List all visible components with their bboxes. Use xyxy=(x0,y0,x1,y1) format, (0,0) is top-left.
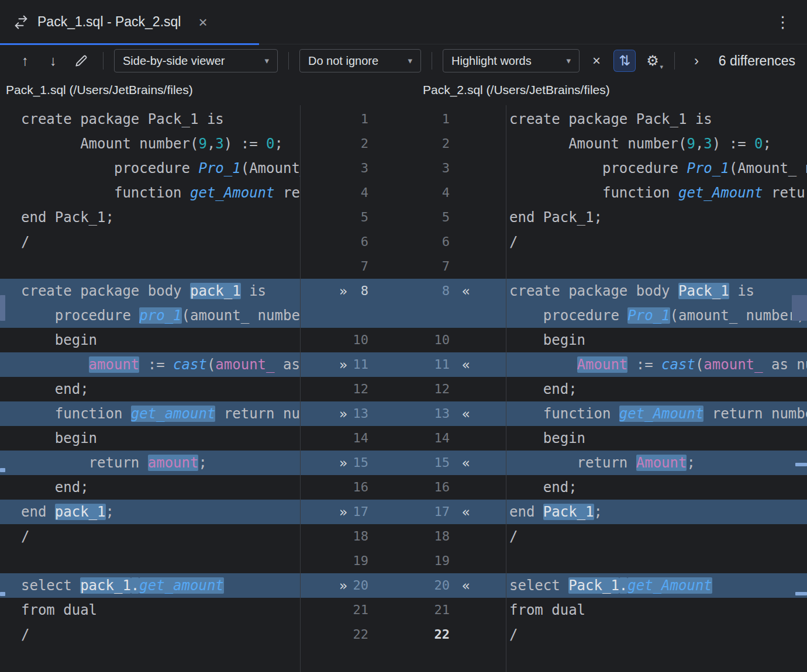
code-line-left-4[interactable]: function get_Amount return number; xyxy=(0,181,300,205)
diff-gutter: 11223344556677»88«1010»1111«1212»1313«14… xyxy=(300,105,506,672)
code-line-left-8[interactable]: create package body pack_1 is xyxy=(0,279,300,303)
more-options-icon[interactable]: ⋮ xyxy=(775,13,791,32)
code-line-left-1[interactable]: create package Pack_1 is xyxy=(0,107,300,131)
settings-button[interactable]: ⚙ ▾ xyxy=(642,50,664,72)
gutter-row-10: 1010 xyxy=(301,328,506,352)
expand-toolbar-button[interactable]: › xyxy=(685,50,708,72)
code-line-right-16[interactable]: end; xyxy=(506,475,807,500)
code-line-right-3[interactable]: procedure Pro_1(Amount_ number); xyxy=(506,156,807,181)
collapse-unchanged-button[interactable]: × xyxy=(585,50,608,72)
code-line-right-13[interactable]: function get_Amount return number is xyxy=(506,401,807,426)
code-line-left-18[interactable]: / xyxy=(0,524,300,549)
code-line-left-9[interactable]: procedure pro_1(amount_ number) is xyxy=(0,303,300,328)
changed-word: get_amount xyxy=(139,577,224,594)
change-marker[interactable] xyxy=(792,295,807,321)
code-line-left-6[interactable]: / xyxy=(0,230,300,254)
change-marker[interactable] xyxy=(795,592,807,595)
code-line-right-5[interactable]: end Pack_1; xyxy=(506,205,807,230)
change-marker[interactable] xyxy=(0,295,5,321)
change-marker[interactable] xyxy=(0,468,5,472)
code-line-left-3[interactable]: procedure Pro_1(Amount_ number); xyxy=(0,156,300,181)
code-token: end; xyxy=(509,381,577,397)
changed-word: amount xyxy=(148,455,199,471)
ignore-policy-dropdown[interactable]: Do not ignore ▾ xyxy=(299,49,421,72)
previous-difference-button[interactable]: ↑ xyxy=(14,50,36,72)
apply-change-icon[interactable]: « xyxy=(456,500,476,524)
diff-tab[interactable]: Pack_1.sql - Pack_2.sql × xyxy=(0,0,215,44)
sync-scrolling-icon: ⇅ xyxy=(619,53,630,69)
code-token: procedure xyxy=(21,307,139,324)
code-line-right-9[interactable]: procedure Pro_1(amount_ number) is xyxy=(506,303,807,328)
code-line-right-21[interactable]: from dual xyxy=(506,598,807,622)
left-editor[interactable]: create package Pack_1 is Amount number(9… xyxy=(0,105,300,672)
code-line-right-20[interactable]: select Pack_1.get_Amount xyxy=(506,573,807,598)
code-token: / xyxy=(509,234,518,250)
code-line-right-2[interactable]: Amount number(9,3) := 0; xyxy=(506,131,807,156)
code-line-left-17[interactable]: end pack_1; xyxy=(0,500,300,524)
viewer-mode-dropdown[interactable]: Side-by-side viewer ▾ xyxy=(114,49,278,72)
change-marker[interactable] xyxy=(0,592,5,596)
code-line-left-7[interactable] xyxy=(0,254,300,279)
highlight-mode-dropdown[interactable]: Highlight words ▾ xyxy=(443,49,580,72)
code-line-right-4[interactable]: function get_Amount return number; xyxy=(506,181,807,205)
code-line-left-13[interactable]: function get_amount return number is xyxy=(0,401,300,426)
code-token: := xyxy=(139,356,173,373)
apply-change-icon[interactable]: « xyxy=(456,451,476,475)
edit-button[interactable] xyxy=(70,50,92,72)
code-line-left-22[interactable]: / xyxy=(0,622,300,647)
code-line-right-7[interactable] xyxy=(506,254,807,279)
code-line-left-19[interactable] xyxy=(0,549,300,573)
code-line-left-14[interactable]: begin xyxy=(0,426,300,451)
code-line-right-18[interactable]: / xyxy=(506,524,807,549)
code-line-right-8[interactable]: create package body Pack_1 is xyxy=(506,279,807,303)
chevron-down-icon: ▾ xyxy=(566,56,571,66)
code-line-right-14[interactable]: begin xyxy=(506,426,807,451)
code-line-right-22[interactable]: / xyxy=(506,622,807,647)
apply-change-icon[interactable]: « xyxy=(456,279,476,303)
apply-change-icon[interactable]: « xyxy=(456,573,476,598)
gutter-row-7: 77 xyxy=(301,254,506,279)
code-token: return xyxy=(21,455,148,471)
code-line-left-12[interactable]: end; xyxy=(0,377,300,401)
code-line-right-17[interactable]: end Pack_1; xyxy=(506,500,807,524)
code-line-right-6[interactable]: / xyxy=(506,230,807,254)
code-line-left-15[interactable]: return amount; xyxy=(0,451,300,475)
code-token: is xyxy=(241,283,266,299)
apply-change-icon[interactable]: « xyxy=(456,352,476,377)
differences-count-label: 6 differences xyxy=(719,53,799,69)
code-line-left-21[interactable]: from dual xyxy=(0,598,300,622)
code-line-left-16[interactable]: end; xyxy=(0,475,300,500)
code-token: ; xyxy=(594,504,602,520)
changed-word: Amount xyxy=(636,455,687,471)
code-line-left-11[interactable]: amount := cast(amount_ as number); xyxy=(0,352,300,377)
gutter-row-8: »88« xyxy=(301,279,506,303)
change-marker[interactable] xyxy=(795,463,807,466)
toolbar-separator xyxy=(674,52,675,70)
synchronize-scrolling-button[interactable]: ⇅ xyxy=(613,50,636,72)
chevron-down-icon: ▾ xyxy=(660,63,663,71)
line-number-right: 11 xyxy=(301,352,450,377)
code-token: / xyxy=(21,528,29,545)
code-token: ; xyxy=(106,504,114,520)
code-line-right-11[interactable]: Amount := cast(amount_ as number); xyxy=(506,352,807,377)
code-line-right-10[interactable]: begin xyxy=(506,328,807,352)
line-number-right: 15 xyxy=(301,451,450,475)
code-line-left-2[interactable]: Amount number(9,3) := 0; xyxy=(0,131,300,156)
code-token: / xyxy=(21,626,29,643)
code-line-left-5[interactable]: end Pack_1; xyxy=(0,205,300,230)
code-line-left-20[interactable]: select pack_1.get_amount xyxy=(0,573,300,598)
next-difference-button[interactable]: ↓ xyxy=(42,50,64,72)
right-editor[interactable]: create package Pack_1 is Amount number(9… xyxy=(506,105,807,672)
code-token: 9 xyxy=(198,136,206,152)
tab-close-icon[interactable]: × xyxy=(198,15,207,30)
code-token: := xyxy=(627,356,661,373)
code-line-right-15[interactable]: return Amount; xyxy=(506,451,807,475)
code-token: ( xyxy=(207,356,215,373)
code-line-right-19[interactable] xyxy=(506,549,807,573)
gutter-row-15: »1515« xyxy=(301,451,506,475)
code-line-left-10[interactable]: begin xyxy=(0,328,300,352)
code-line-right-1[interactable]: create package Pack_1 is xyxy=(506,107,807,131)
apply-change-icon[interactable]: « xyxy=(456,401,476,426)
code-line-right-12[interactable]: end; xyxy=(506,377,807,401)
file-path-headers: Pack_1.sql (/Users/JetBrains/files) Pack… xyxy=(0,77,807,105)
